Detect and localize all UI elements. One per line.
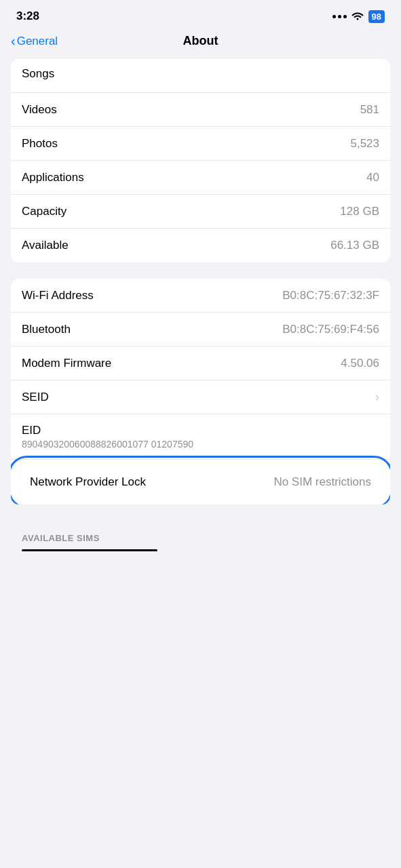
- info-section-1: Songs Videos 581 Photos 5,523 Applicatio…: [11, 59, 390, 262]
- videos-value: 581: [360, 103, 379, 117]
- available-value: 66.13 GB: [330, 239, 379, 252]
- capacity-value: 128 GB: [340, 205, 379, 218]
- songs-label: Songs: [22, 67, 54, 81]
- list-row-videos: Videos 581: [11, 93, 390, 127]
- modem-firmware-label: Modem Firmware: [22, 357, 111, 370]
- eid-label: EID: [22, 424, 379, 437]
- videos-label: Videos: [22, 103, 57, 117]
- wifi-address-label: Wi-Fi Address: [22, 289, 94, 302]
- status-bar: 3:28 98: [0, 0, 401, 28]
- list-row-available: Available 66.13 GB: [11, 229, 390, 262]
- eid-value: 890490320060088826001077 01207590: [22, 439, 379, 450]
- list-row-applications: Applications 40: [11, 161, 390, 195]
- photos-value: 5,523: [350, 137, 379, 151]
- applications-value: 40: [366, 171, 379, 184]
- back-chevron-icon: ‹: [11, 33, 16, 49]
- seid-label: SEID: [22, 391, 49, 404]
- capacity-label: Capacity: [22, 205, 66, 218]
- wifi-address-value: B0:8C:75:67:32:3F: [282, 289, 379, 302]
- list-row-wifi-address: Wi-Fi Address B0:8C:75:67:32:3F: [11, 279, 390, 313]
- nav-header: ‹ General About: [0, 28, 401, 59]
- network-lock-container: Network Provider Lock No SIM restriction…: [11, 460, 390, 505]
- list-row-eid: EID 890490320060088826001077 01207590: [11, 414, 390, 460]
- modem-firmware-value: 4.50.06: [341, 357, 379, 370]
- wifi-icon: [351, 9, 364, 23]
- network-lock-value: No SIM restrictions: [273, 475, 371, 489]
- info-section-2: Wi-Fi Address B0:8C:75:67:32:3F Bluetoot…: [11, 279, 390, 505]
- bluetooth-value: B0:8C:75:69:F4:56: [282, 323, 379, 336]
- back-label: General: [17, 35, 58, 48]
- available-sims-line: [22, 549, 157, 551]
- network-lock-label: Network Provider Lock: [30, 475, 146, 489]
- seid-chevron-icon: ›: [375, 390, 379, 404]
- available-sims-label: AVAILABLE SIMS: [22, 533, 100, 543]
- applications-label: Applications: [22, 171, 84, 184]
- available-label: Available: [22, 239, 69, 252]
- back-button[interactable]: ‹ General: [11, 33, 58, 49]
- list-row-bluetooth: Bluetooth B0:8C:75:69:F4:56: [11, 313, 390, 347]
- status-icons: 98: [332, 9, 385, 23]
- list-row-songs: Songs: [11, 59, 390, 93]
- list-row-photos: Photos 5,523: [11, 127, 390, 161]
- battery-level: 98: [368, 10, 385, 23]
- page-title: About: [183, 34, 218, 48]
- photos-label: Photos: [22, 137, 58, 151]
- signal-icon: [332, 15, 347, 18]
- list-row-capacity: Capacity 128 GB: [11, 195, 390, 229]
- list-row-modem-firmware: Modem Firmware 4.50.06: [11, 347, 390, 380]
- available-sims-section: AVAILABLE SIMS: [0, 521, 401, 557]
- status-time: 3:28: [16, 9, 39, 23]
- list-row-seid[interactable]: SEID ›: [11, 380, 390, 414]
- list-row-network-lock: Network Provider Lock No SIM restriction…: [19, 465, 382, 499]
- bluetooth-label: Bluetooth: [22, 323, 71, 336]
